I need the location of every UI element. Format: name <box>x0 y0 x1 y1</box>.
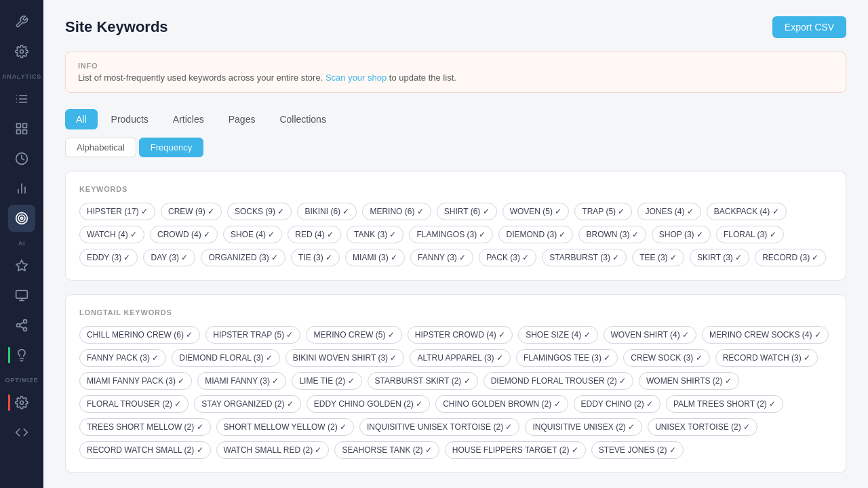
sort-tabs: Alphabetical Frequency <box>65 138 846 157</box>
keyword-tag[interactable]: SKIRT (3) ✓ <box>690 249 749 266</box>
tab-products[interactable]: Products <box>100 109 159 129</box>
svg-rect-10 <box>23 130 27 134</box>
keyword-tag[interactable]: CHINO GOLDEN BROWN (2) ✓ <box>435 395 568 413</box>
keyword-tag[interactable]: FLAMINGOS (3) ✓ <box>409 226 493 243</box>
keyword-tag[interactable]: BIKINI (6) ✓ <box>297 203 357 220</box>
keyword-tag[interactable]: BROWN (3) ✓ <box>578 226 646 243</box>
keyword-tag[interactable]: STAY ORGANIZED (2) ✓ <box>194 395 300 413</box>
settings-icon[interactable] <box>8 38 35 65</box>
keyword-tag[interactable]: BACKPACK (4) ✓ <box>707 203 787 220</box>
keyword-tag[interactable]: HOUSE FLIPPERS TARGET (2) ✓ <box>445 441 586 459</box>
keyword-tag[interactable]: CHILL MERINO CREW (6) ✓ <box>79 326 200 344</box>
keyword-tag[interactable]: DAY (3) ✓ <box>143 249 195 266</box>
svg-line-25 <box>20 326 24 328</box>
info-box: INFO List of most-frequently used keywor… <box>65 52 846 93</box>
keyword-tag[interactable]: SHOE (4) ✓ <box>223 226 282 243</box>
list-icon[interactable] <box>8 85 35 113</box>
keyword-tag[interactable]: FLORAL (3) ✓ <box>716 226 784 243</box>
keyword-tag[interactable]: WOMEN SHIRTS (2) ✓ <box>639 372 739 390</box>
keyword-tag[interactable]: INQUISITIVE UNISEX (2) ✓ <box>525 418 642 436</box>
tab-articles[interactable]: Articles <box>162 109 215 129</box>
network-icon[interactable] <box>8 312 35 339</box>
longtail-section: LONGTAIL KEYWORDS CHILL MERINO CREW (6) … <box>65 294 846 473</box>
scan-shop-link[interactable]: Scan your shop <box>326 73 387 83</box>
sort-alphabetical[interactable]: Alphabetical <box>65 138 136 157</box>
tab-all[interactable]: All <box>65 109 98 129</box>
keyword-tag[interactable]: SHOP (3) ✓ <box>652 226 711 243</box>
keywords-section: KEYWORDS HIPSTER (17) ✓CREW (9) ✓SOCKS (… <box>65 171 846 281</box>
keyword-tag[interactable]: HIPSTER TRAP (5) ✓ <box>205 326 300 344</box>
keyword-tag[interactable]: DIEMOND (3) ✓ <box>498 226 573 243</box>
keyword-tag[interactable]: RECORD WATCH (3) ✓ <box>715 349 818 367</box>
optimize-label: OPTIMIZE <box>5 377 39 384</box>
keyword-tag[interactable]: CREW SOCK (3) ✓ <box>623 349 709 367</box>
keywords-tags: HIPSTER (17) ✓CREW (9) ✓SOCKS (9) ✓BIKIN… <box>79 203 832 266</box>
keyword-tag[interactable]: MIAMI (3) ✓ <box>345 249 405 266</box>
keyword-tag[interactable]: SHIRT (6) ✓ <box>437 203 497 220</box>
wrench-icon[interactable] <box>8 8 35 35</box>
tab-collections[interactable]: Collections <box>269 109 336 129</box>
keyword-tag[interactable]: WATCH SMALL RED (2) ✓ <box>216 441 330 459</box>
keyword-tag[interactable]: MERINO CREW (5) ✓ <box>306 326 401 344</box>
export-csv-button[interactable]: Export CSV <box>772 16 846 38</box>
keyword-tag[interactable]: LIME TIE (2) ✓ <box>292 372 361 390</box>
keyword-tag[interactable]: STARBURST (3) ✓ <box>542 249 627 266</box>
keyword-tag[interactable]: DIEMOND FLORAL TROUSER (2) ✓ <box>484 372 633 390</box>
clock-icon[interactable] <box>8 145 35 172</box>
keyword-tag[interactable]: RECORD (3) ✓ <box>755 249 826 266</box>
keyword-tag[interactable]: PALM TREES SHORT (2) ✓ <box>666 395 783 413</box>
keyword-tag[interactable]: FANNY PACK (3) ✓ <box>79 349 166 367</box>
keyword-tag[interactable]: ALTRU APPAREL (3) ✓ <box>410 349 510 367</box>
keyword-tag[interactable]: WOVEN SHIRT (4) ✓ <box>604 326 697 344</box>
keyword-tag[interactable]: SEAHORSE TANK (2) ✓ <box>334 441 439 459</box>
keyword-tag[interactable]: FANNY (3) ✓ <box>410 249 473 266</box>
keyword-tag[interactable]: HIPSTER (17) ✓ <box>79 203 155 220</box>
keyword-tag[interactable]: DIEMOND FLORAL (3) ✓ <box>172 349 280 367</box>
keyword-tag[interactable]: MERINO (6) ✓ <box>362 203 431 220</box>
keyword-tag[interactable]: INQUISITIVE UNISEX TORTOISE (2) ✓ <box>359 418 520 436</box>
keyword-tag[interactable]: HIPSTER CROWD (4) ✓ <box>408 326 513 344</box>
keyword-tag[interactable]: EDDY CHINO (2) ✓ <box>574 395 660 413</box>
keyword-tag[interactable]: EDDY (3) ✓ <box>79 249 138 266</box>
keyword-tag[interactable]: STARBURST SKIRT (2) ✓ <box>368 372 478 390</box>
keyword-tag[interactable]: CREW (9) ✓ <box>161 203 222 220</box>
keyword-tag[interactable]: SHORT MELLOW YELLOW (2) ✓ <box>216 418 354 436</box>
longtail-section-title: LONGTAIL KEYWORDS <box>79 308 832 317</box>
keyword-tag[interactable]: WOVEN (5) ✓ <box>502 203 570 220</box>
keyword-tag[interactable]: TEE (3) ✓ <box>632 249 684 266</box>
keyword-tag[interactable]: PACK (3) ✓ <box>479 249 536 266</box>
keyword-tag[interactable]: MERINO CREW SOCKS (4) ✓ <box>702 326 829 344</box>
svg-point-0 <box>20 50 24 54</box>
keyword-tag[interactable]: BIKINI WOVEN SHIRT (3) ✓ <box>285 349 405 367</box>
keyword-tag[interactable]: STEVE JONES (2) ✓ <box>591 441 684 459</box>
bar-chart-icon[interactable] <box>8 175 35 202</box>
keyword-tag[interactable]: TREES SHORT MELLOW (2) ✓ <box>79 418 211 436</box>
grid-icon[interactable] <box>8 115 35 142</box>
keyword-tag[interactable]: TIE (3) ✓ <box>291 249 340 266</box>
keyword-tag[interactable]: RED (4) ✓ <box>288 226 341 243</box>
keyword-tag[interactable]: MIAMI FANNY (3) ✓ <box>197 372 286 390</box>
keyword-tag[interactable]: CROWD (4) ✓ <box>150 226 218 243</box>
keyword-tag[interactable]: RECORD WATCH SMALL (2) ✓ <box>79 441 211 459</box>
keyword-tag[interactable]: SHOE SIZE (4) ✓ <box>518 326 597 344</box>
keyword-tag[interactable]: FLORAL TROUSER (2) ✓ <box>79 395 189 413</box>
tab-pages[interactable]: Pages <box>218 109 267 129</box>
keyword-tag[interactable]: UNISEX TORTOISE (2) ✓ <box>648 418 757 436</box>
sparkle-icon[interactable] <box>8 252 35 279</box>
keyword-tag[interactable]: FLAMINGOS TEE (3) ✓ <box>516 349 618 367</box>
keyword-tag[interactable]: EDDY CHINO GOLDEN (2) ✓ <box>307 395 430 413</box>
keyword-tag[interactable]: TRAP (5) ✓ <box>574 203 632 220</box>
code-icon[interactable] <box>8 419 35 446</box>
keyword-tag[interactable]: ORGANIZED (3) ✓ <box>201 249 285 266</box>
optimize-settings-icon[interactable] <box>8 389 35 416</box>
keyword-tag[interactable]: MIAMI FANNY PACK (3) ✓ <box>79 372 192 390</box>
info-text-before: List of most-frequently used keywords ac… <box>78 73 323 83</box>
keyword-tag[interactable]: JONES (4) ✓ <box>637 203 701 220</box>
keyword-tag[interactable]: SOCKS (9) ✓ <box>227 203 292 220</box>
card-icon[interactable] <box>8 282 35 309</box>
keyword-tag[interactable]: WATCH (4) ✓ <box>79 226 144 243</box>
bulb-icon[interactable] <box>8 342 35 369</box>
keyword-tag[interactable]: TANK (3) ✓ <box>347 226 403 243</box>
sort-frequency[interactable]: Frequency <box>139 138 203 157</box>
target-icon[interactable] <box>8 205 35 232</box>
